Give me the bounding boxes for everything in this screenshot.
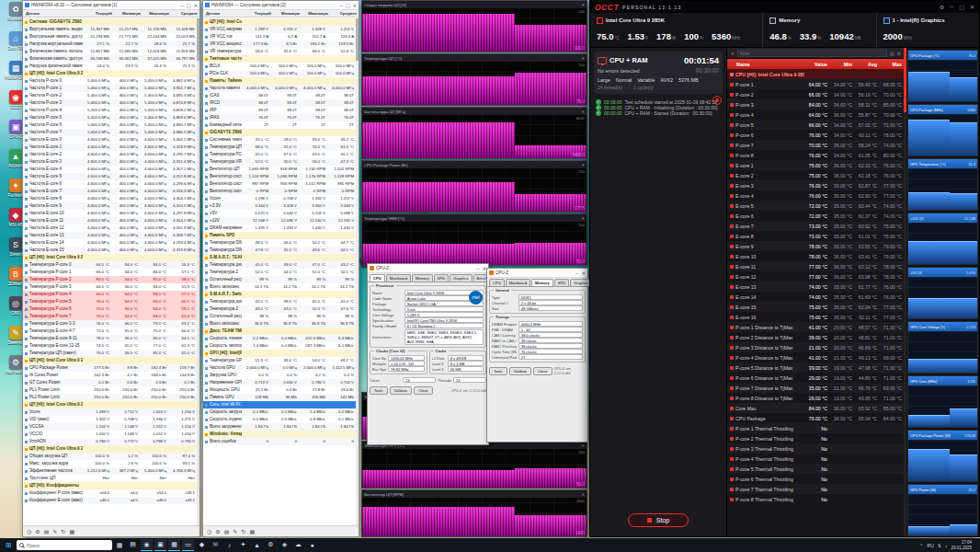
- sensor-row[interactable]: Температура P-core 7 76.0 °C 34.0 °C 84.…: [23, 313, 197, 320]
- occt-sensor-row[interactable]: CPU Package 76.00 °C 36.00 °C 65.04 °C 8…: [727, 413, 904, 423]
- sensor-row[interactable]: ЦП [#0]: Intel Core Ultra 9 285K: Напряж…: [23, 401, 197, 408]
- sensor-graph-window[interactable]: Общая загрузка ЦП [%] ✕ 100 100.0: [361, 0, 587, 52]
- sensor-row[interactable]: PL1 Power Limit 250.0 Вт 250.0 Вт 250.0 …: [23, 386, 197, 394]
- sensor-row[interactable]: Частота E-core 0 4,600.0 МГц 400.0 МГц 4…: [23, 136, 197, 144]
- taskbar-app-icon[interactable]: ●: [306, 539, 318, 551]
- sensor-row[interactable]: Частота E-core 5 4,600.0 МГц 400.0 МГц 4…: [23, 173, 197, 180]
- cpuz-tab[interactable]: SPD: [554, 279, 569, 286]
- occt-sensor-row[interactable]: P-core 4 Distance to TjMax 41.00 °C 21.0…: [727, 352, 904, 362]
- occt-scrollbar[interactable]: [904, 48, 906, 536]
- sensor-row[interactable]: Остаточный ресурс 98 % 98 % 98 % 98 %: [203, 313, 356, 320]
- sensor-row[interactable]: Температура P-core 0 64.0 °C 34.0 °C 84.…: [23, 261, 197, 269]
- occt-window[interactable]: OCCT PERSONAL 13.1.13 ⚙─ ▢✕ Intel Core U…: [589, 0, 980, 537]
- record-button[interactable]: [712, 96, 722, 105]
- close-icon[interactable]: ✕: [581, 56, 585, 61]
- sensor-row[interactable]: ЦП [#0]: Intel Core Ultra 9 285K: DTS: [23, 254, 197, 261]
- sensor-row[interactable]: Частота P-core 5 5,200.0 МГц 400.0 МГц 5…: [23, 114, 197, 121]
- occt-sensor-row[interactable]: E-core 12 77.00 °C 36.00 °C 63.08 °C 78.…: [727, 271, 904, 282]
- gear-icon[interactable]: ⚙: [897, 51, 901, 56]
- occt-sensor-row[interactable]: E-core 13 74.00 °C 35.00 °C 61.77 °C 76.…: [727, 282, 904, 292]
- sensor-graph-window[interactable]: Вентилятор ЦП [RPM] ✕ 2000 1683: [361, 489, 587, 537]
- sensor-row[interactable]: Температура DIMM 2 47.8 °C 35.5 °C 49.6 …: [203, 247, 356, 254]
- occt-sensor-row[interactable]: P-core 5 Thermal Throttling No: [727, 464, 904, 474]
- cpuz-button[interactable]: Close: [533, 367, 552, 375]
- occt-mini-graph[interactable]: +5V (V) 5.070: [907, 267, 978, 319]
- sensor-row[interactable]: VCCIO 1.050 V 1.048 V 1.052 V 1.050 V: [23, 431, 197, 438]
- sensor-row[interactable]: Температура E-core 0-3 76.0 °C 36.0 °C 7…: [23, 320, 197, 328]
- graph-titlebar[interactable]: Вентилятор ЦП [RPM] ✕: [362, 490, 587, 498]
- sensor-row[interactable]: Температура VRM MOS 52.0 °C 30.0 °C 56.0…: [203, 158, 356, 166]
- occt-sensor-row[interactable]: P-core 7 Thermal Throttling No: [727, 484, 904, 494]
- mini-graph-header[interactable]: CPU Package (°C) 76.0: [908, 51, 977, 60]
- sensor-row[interactable]: Частота P-core 6 5,400.0 МГц 400.0 МГц 5…: [23, 121, 197, 129]
- sensor-row[interactable]: Температура диска 42.0 °C 38.0 °C 45.0 °…: [203, 298, 356, 305]
- occt-sensor-row[interactable]: P-core 4 64.00 °C 36.00 °C 55.87 °C 70.0…: [727, 109, 904, 120]
- sensor-row[interactable]: Всего загружено 1.84 ГБ 1.84 ГБ 1.84 ГБ …: [203, 423, 356, 431]
- cpuz-tab[interactable]: SPD: [434, 274, 449, 282]
- sensor-row[interactable]: ЦП [#0]: Intel Core Ultra 9 285K: VR: [203, 18, 356, 26]
- occt-sensor-row[interactable]: P-core 3 84.00 °C 34.00 °C 58.31 °C 85.0…: [727, 99, 904, 109]
- sensor-row[interactable]: Температура P-core 1 66.0 °C 34.0 °C 84.…: [23, 269, 197, 276]
- taskbar-app-icon[interactable]: ▣: [154, 539, 166, 551]
- sensor-row[interactable]: Частота E-core 12 4,600.0 МГц 400.0 МГц …: [23, 224, 197, 232]
- sensor-row[interactable]: Виртуальная память: доступно 22,194 МБ 2…: [23, 33, 197, 40]
- sensor-row[interactable]: tRCD 38.0T 38.0T 38.0T 38.0T: [203, 99, 356, 107]
- sensor-row[interactable]: Температура DIMM 1 48.5 °C 36.0 °C 50.2 …: [203, 239, 356, 247]
- sensor-row[interactable]: Физическая память: используется 11,857 М…: [23, 48, 197, 55]
- sensor-row[interactable]: Остаточный ресурс 99 % 99 % 99 % 99 %: [203, 276, 356, 283]
- sensor-row[interactable]: Коэффициент P-core (макс) x54.0 x4.0 x54…: [23, 489, 197, 497]
- search-box[interactable]: Поиск: [17, 540, 112, 550]
- occt-sensor-row[interactable]: P-core 5 66.00 °C 34.00 °C 57.02 °C 72.0…: [727, 120, 904, 130]
- hwinfo1-toolbar[interactable]: ◷⚙▤✎↻▦: [23, 525, 199, 536]
- occt-test-card[interactable]: CPU + RAM 00:01:54 No errors detected 00…: [594, 52, 723, 94]
- hwinfo2-scrollbar[interactable]: [356, 18, 359, 525]
- occt-sensor-row[interactable]: E-core 14 74.00 °C 35.00 °C 61.69 °C 76.…: [727, 292, 904, 302]
- mini-graph-header[interactable]: GPU Core (MHz) 1225: [908, 376, 977, 385]
- sensor-row[interactable]: Общая загрузка ЦП 100.0 % 1.2 % 100.0 % …: [23, 453, 197, 460]
- sensor-row[interactable]: ЦП [#0]: Intel Core Ultra 9 285K: [23, 70, 197, 77]
- sensor-row[interactable]: Температура ЦП (пакет) 76.0 °C 36.0 °C 8…: [23, 350, 197, 357]
- occt-sensor-row[interactable]: P-core 4 Thermal Throttling No: [727, 454, 904, 464]
- occt-sensor-row[interactable]: P-core 6 76.00 °C 34.00 °C 60.11 °C 78.0…: [727, 130, 904, 140]
- taskbar-app-icon[interactable]: ▦: [168, 539, 180, 551]
- sensor-row[interactable]: +3.3V 3.344 V 3.328 V 3.360 V 3.343 V: [203, 202, 356, 210]
- occt-titlebar[interactable]: OCCT PERSONAL 13.1.13 ⚙─ ▢✕: [590, 1, 979, 13]
- taskbar-clock[interactable]: 17:04 29.01.2025: [951, 540, 972, 550]
- sensor-row[interactable]: GT Cores Power 0.1 Вт 0.0 Вт 0.3 Вт 0.1 …: [23, 379, 197, 386]
- sensor-row[interactable]: Вентилятор системы 1 1,124 RPM 1,096 RPM…: [203, 173, 356, 180]
- mini-graph-header[interactable]: GPU Power (W) 25.2: [908, 485, 977, 494]
- taskbar-app-icon[interactable]: ◆: [196, 539, 208, 551]
- sensor-row[interactable]: Память: Тайминги: [203, 77, 356, 85]
- occt-mini-graph[interactable]: CPU Package Power (W) 178.09: [907, 430, 978, 482]
- occt-sensor-row[interactable]: P-core 1 Thermal Throttling No: [727, 423, 904, 433]
- sensor-row[interactable]: Температура P-core 2 84.0 °C 34.0 °C 85.…: [23, 276, 197, 283]
- sensor-row[interactable]: ЦП [#0]: Коэффициенты: [23, 482, 197, 489]
- sensor-row[interactable]: Физическая память: доступно 36,748 МБ 36…: [23, 55, 197, 63]
- sensor-row[interactable]: Скорость отдачи 0.0 МБ/с 0.0 МБ/с 0.8 МБ…: [203, 416, 356, 423]
- occt-sensor-row[interactable]: P-core 8 Thermal Throttling No: [727, 494, 904, 504]
- cpuz2-titlebar[interactable]: CPU-Z ─✕: [487, 269, 587, 278]
- cpuz-button[interactable]: Tools: [489, 367, 507, 375]
- tray-expand-icon[interactable]: ⌃: [919, 543, 923, 548]
- task-view-button[interactable]: ▦: [114, 542, 125, 549]
- sensor-row[interactable]: Температура GPU 51.3 °C 38.0 °C 54.0 °C …: [203, 357, 356, 364]
- mini-graph-header[interactable]: CPU Package (MHz) 5360: [908, 105, 977, 114]
- occt-sensor-row[interactable]: P-core 6 Thermal Throttling No: [727, 474, 904, 484]
- sensor-row[interactable]: S.M.A.R.T.: Samsung SSD 990 PRO 2TB: [203, 291, 356, 298]
- sensor-row[interactable]: Температура ЦП (PECI) 68.0 °C 31.0 °C 74…: [203, 144, 356, 151]
- mini-graph-header[interactable]: GPU Temperature (°C) 51.3: [908, 159, 977, 168]
- sensor-row[interactable]: Скорость загрузки 0.1 МБ/с 0.0 МБ/с 2.4 …: [203, 408, 356, 416]
- close-icon[interactable]: ✕: [581, 216, 585, 221]
- volume-icon[interactable]: ♪: [945, 543, 948, 548]
- sensor-row[interactable]: S.M.A.R.T.: TEAM TM8FP8002T: [203, 254, 356, 261]
- sensor-row[interactable]: Частота P-core 2 5,400.0 МГц 400.0 МГц 5…: [23, 92, 197, 99]
- sensor-row[interactable]: Всего записано 36.8 ТБ 36.8 ТБ 36.8 ТБ 3…: [203, 320, 356, 328]
- sensor-graph-window[interactable]: Температура GPU [°C] ✕ 100 51.3: [361, 441, 587, 489]
- occt-mini-graph[interactable]: GPU Power (W) 25.2: [907, 484, 978, 536]
- sensor-row[interactable]: Частота E-core 4 4,600.0 МГц 400.0 МГц 4…: [23, 166, 197, 173]
- cpuz-tab[interactable]: Memory: [412, 274, 433, 282]
- occt-sensor-row[interactable]: P-core 7 70.00 °C 36.00 °C 58.24 °C 74.0…: [727, 140, 904, 150]
- filter-input[interactable]: [737, 50, 887, 57]
- hwinfo1-scrollbar[interactable]: [197, 18, 199, 525]
- sensor-row[interactable]: VCCSA 1.150 V 1.148 V 1.152 V 1.150 V: [23, 423, 197, 431]
